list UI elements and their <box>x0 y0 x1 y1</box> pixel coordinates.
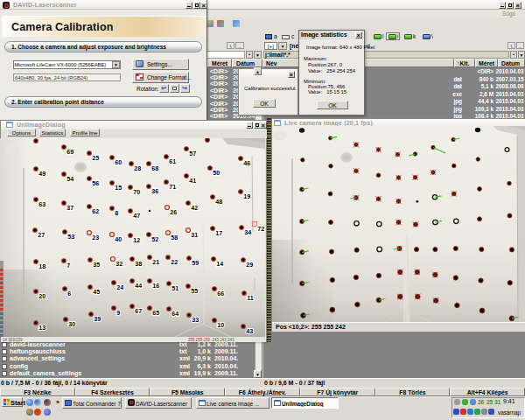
svg-text:22: 22 <box>171 258 178 266</box>
svg-text:27: 27 <box>38 231 45 239</box>
svg-text:49: 49 <box>38 170 46 178</box>
svg-text:67: 67 <box>135 307 142 315</box>
svg-text:32: 32 <box>116 260 122 268</box>
svg-text:54: 54 <box>66 175 74 183</box>
svg-text:40: 40 <box>115 235 122 243</box>
svg-text:16: 16 <box>152 282 159 290</box>
svg-text:48: 48 <box>215 198 222 206</box>
svg-text:70: 70 <box>133 188 140 196</box>
svg-text:51: 51 <box>172 284 178 292</box>
svg-text:44: 44 <box>135 282 142 290</box>
svg-text:18: 18 <box>38 262 46 270</box>
svg-text:7: 7 <box>66 262 70 270</box>
svg-text:33: 33 <box>192 316 199 324</box>
svg-text:35: 35 <box>93 261 100 269</box>
svg-text:26: 26 <box>170 208 177 216</box>
svg-text:12: 12 <box>133 236 140 244</box>
svg-text:21: 21 <box>152 258 159 266</box>
svg-text:36: 36 <box>151 187 158 195</box>
svg-text:37: 37 <box>66 204 74 212</box>
svg-text:30: 30 <box>68 320 75 328</box>
svg-text:38: 38 <box>135 260 142 268</box>
svg-text:34: 34 <box>244 228 251 236</box>
svg-text:58: 58 <box>171 234 178 242</box>
svg-text:23: 23 <box>92 234 99 242</box>
svg-text:17: 17 <box>215 229 222 237</box>
svg-text:14: 14 <box>216 260 223 268</box>
svg-text:43: 43 <box>246 327 253 335</box>
svg-text:53: 53 <box>67 233 74 241</box>
svg-text:60: 60 <box>115 158 122 166</box>
svg-text:46: 46 <box>243 159 250 167</box>
svg-text:65: 65 <box>152 309 159 317</box>
svg-text:69: 69 <box>66 148 74 156</box>
svg-text:57: 57 <box>189 150 196 158</box>
svg-text:10: 10 <box>217 321 224 329</box>
svg-text:19: 19 <box>243 192 250 200</box>
svg-text:56: 56 <box>92 179 99 187</box>
svg-text:11: 11 <box>247 294 254 302</box>
svg-text:25: 25 <box>92 154 99 162</box>
svg-text:61: 61 <box>169 158 176 165</box>
svg-text:39: 39 <box>94 315 101 323</box>
svg-text:8: 8 <box>115 209 118 217</box>
svg-text:41: 41 <box>189 177 196 185</box>
svg-text:47: 47 <box>133 212 140 220</box>
svg-text:50: 50 <box>213 169 220 177</box>
svg-text:66: 66 <box>217 290 224 298</box>
svg-text:62: 62 <box>92 207 99 215</box>
svg-text:24: 24 <box>116 284 123 291</box>
svg-text:63: 63 <box>38 200 46 208</box>
svg-text:15: 15 <box>115 184 122 192</box>
svg-text:55: 55 <box>191 287 198 295</box>
svg-text:72: 72 <box>257 225 264 233</box>
svg-text:45: 45 <box>93 288 100 296</box>
svg-text:28: 28 <box>134 164 141 172</box>
svg-text:52: 52 <box>151 235 158 243</box>
svg-text:13: 13 <box>38 324 46 332</box>
svg-text:59: 59 <box>192 259 199 267</box>
svg-text:29: 29 <box>246 261 253 269</box>
svg-text:20: 20 <box>38 292 46 300</box>
svg-text:64: 64 <box>172 310 178 318</box>
svg-text:42: 42 <box>191 204 198 212</box>
svg-text:71: 71 <box>169 183 176 191</box>
svg-text:9: 9 <box>116 309 120 317</box>
svg-text:31: 31 <box>191 231 198 239</box>
svg-text:6: 6 <box>67 290 71 298</box>
svg-text:68: 68 <box>151 164 158 172</box>
